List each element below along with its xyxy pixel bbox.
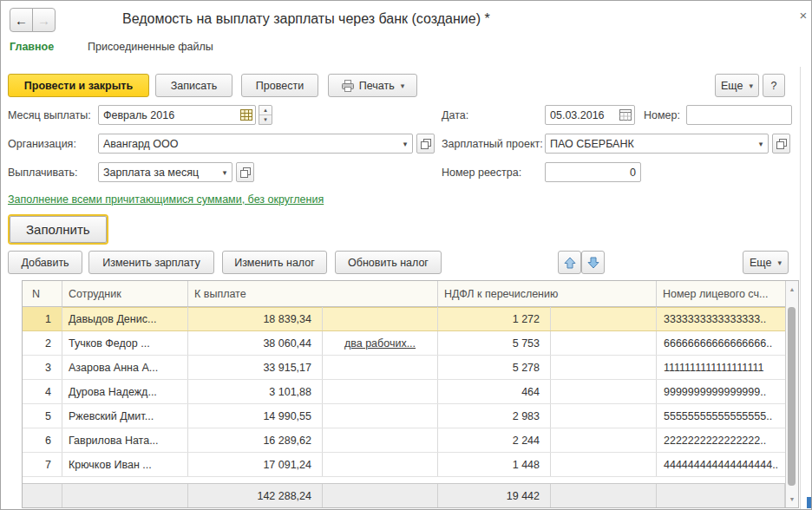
more-button-table[interactable]: Еще ▾ <box>743 251 789 274</box>
cell-payout-detail[interactable] <box>323 307 438 330</box>
spin-up-icon[interactable]: ▴ <box>259 106 272 115</box>
pay-type-open-button[interactable] <box>236 162 254 182</box>
cell-payout-detail[interactable] <box>323 404 438 428</box>
date-field[interactable]: 05.03.2016 <box>545 105 635 125</box>
cell-row-number[interactable]: 5 <box>23 404 62 428</box>
edit-salary-button[interactable]: Изменить зарплату <box>88 251 214 274</box>
cell-account[interactable]: 3333333333333333.. <box>657 307 785 330</box>
cell-payout-detail[interactable] <box>323 453 438 476</box>
cell-ndfl-detail[interactable] <box>551 331 657 355</box>
write-button[interactable]: Записать <box>155 74 232 97</box>
month-spinner[interactable]: ▴ ▾ <box>259 105 272 125</box>
cell-employee[interactable]: Тучков Федор ... <box>62 331 188 355</box>
post-and-close-button[interactable]: Провести и закрыть <box>8 74 149 97</box>
fill-method-link[interactable]: Заполнение всеми причитающимися суммами,… <box>8 193 324 206</box>
print-button[interactable]: Печать ▾ <box>328 74 417 97</box>
organization-open-button[interactable] <box>416 134 435 154</box>
cell-payout[interactable]: 16 289,62 <box>188 428 323 452</box>
date-label: Дата: <box>442 109 468 121</box>
cell-ndfl[interactable]: 5 753 <box>438 331 551 355</box>
window-right-edge <box>800 67 801 510</box>
more-button-top[interactable]: Еще ▾ <box>715 74 759 97</box>
salary-project-combo[interactable]: ПАО СБЕРБАНК ▾ <box>545 134 769 154</box>
cell-payout[interactable]: 17 091,24 <box>188 453 323 476</box>
spin-down-icon[interactable]: ▾ <box>259 115 272 124</box>
cell-employee[interactable]: Крючков Иван ... <box>62 453 188 476</box>
add-row-button[interactable]: Добавить <box>8 251 82 274</box>
calendar-icon[interactable] <box>617 109 634 121</box>
fill-button[interactable]: Заполнить <box>10 216 107 243</box>
refresh-tax-button[interactable]: Обновить налог <box>335 251 442 274</box>
scroll-down-icon[interactable]: ▼ <box>786 496 798 502</box>
cell-ndfl[interactable]: 1 272 <box>438 307 551 330</box>
pay-type-value: Зарплата за месяц <box>99 167 218 179</box>
cell-ndfl[interactable]: 464 <box>438 380 551 403</box>
salary-project-open-button[interactable] <box>772 134 790 154</box>
cell-ndfl-detail[interactable] <box>551 428 657 452</box>
cell-payout-detail[interactable] <box>323 428 438 452</box>
cell-ndfl[interactable]: 5 278 <box>438 356 551 379</box>
cell-ndfl-detail[interactable] <box>551 453 657 476</box>
back-button[interactable]: ← <box>10 8 33 32</box>
cell-employee[interactable]: Гаврилова Ната... <box>62 428 188 452</box>
cell-ndfl-detail[interactable] <box>551 380 657 403</box>
dropdown-icon[interactable]: ▾ <box>218 168 232 177</box>
registry-number-field[interactable]: 0 <box>545 162 641 182</box>
forward-button[interactable]: → <box>32 8 56 32</box>
cell-account[interactable]: 55555555555555555.. <box>657 404 785 428</box>
edit-tax-button[interactable]: Изменить налог <box>222 251 327 274</box>
cell-row-number[interactable]: 2 <box>23 331 62 355</box>
scroll-up-icon[interactable]: ▲ <box>786 286 798 292</box>
scrollbar-thumb[interactable] <box>788 307 796 486</box>
cell-payout[interactable]: 14 990,55 <box>188 404 323 428</box>
cell-employee[interactable]: Давыдов Денис... <box>62 307 188 330</box>
cell-employee[interactable]: Дурова Надежд... <box>62 380 188 403</box>
cell-account[interactable]: 1111111111111111111 <box>657 356 785 379</box>
cell-row-number[interactable]: 1 <box>23 307 62 330</box>
cell-row-number[interactable]: 4 <box>23 380 62 403</box>
pay-type-combo[interactable]: Зарплата за месяц ▾ <box>98 162 232 182</box>
cell-payout-detail[interactable]: два рабочих... <box>323 331 438 355</box>
cell-payout-detail[interactable] <box>323 380 438 403</box>
cell-payout[interactable]: 38 060,44 <box>188 331 323 355</box>
payout-month-field[interactable]: Февраль 2016 <box>98 105 256 125</box>
cell-account[interactable]: 444444444444444444.. <box>657 453 785 476</box>
tab-attached-files[interactable]: Присоединенные файлы <box>88 41 213 53</box>
cell-ndfl[interactable]: 2 244 <box>438 428 551 452</box>
table-row: 1 Давыдов Денис... 18 839,34 1 272 33333… <box>23 307 785 331</box>
cell-payout[interactable]: 33 915,17 <box>188 356 323 379</box>
close-icon[interactable]: × <box>796 8 811 23</box>
month-picker-icon[interactable] <box>238 109 255 121</box>
move-row-down-button[interactable] <box>581 251 605 274</box>
page-title: Ведомость на выплату зарплаты через банк… <box>122 11 490 27</box>
dropdown-icon[interactable]: ▾ <box>398 140 412 148</box>
move-row-up-button[interactable] <box>558 251 581 274</box>
payout-detail-link[interactable]: два рабочих... <box>344 337 416 350</box>
cell-employee[interactable]: Ржевский Дмит... <box>62 404 188 428</box>
cell-row-number[interactable]: 3 <box>23 356 62 379</box>
cell-ndfl-detail[interactable] <box>551 404 657 428</box>
dropdown-icon[interactable]: ▾ <box>754 140 768 148</box>
number-field[interactable] <box>686 105 792 125</box>
cell-account[interactable]: 9999999999999999.. <box>657 380 785 403</box>
cell-ndfl[interactable]: 1 448 <box>438 453 551 476</box>
cell-account[interactable]: 66666666666666666.. <box>657 331 785 355</box>
cell-ndfl-detail[interactable] <box>551 356 657 379</box>
cell-payout-detail[interactable] <box>323 356 438 379</box>
tab-main[interactable]: Главное <box>10 41 54 53</box>
cell-payout[interactable]: 18 839,34 <box>188 307 323 330</box>
cell-row-number[interactable]: 6 <box>23 428 62 452</box>
cell-payout[interactable]: 3 101,88 <box>188 380 323 403</box>
post-button[interactable]: Провести <box>241 74 318 97</box>
cell-employee[interactable]: Азарова Анна А... <box>62 356 188 379</box>
cell-ndfl[interactable]: 2 983 <box>438 404 551 428</box>
vertical-scrollbar[interactable]: ▲ ▼ <box>785 281 798 507</box>
cell-account[interactable]: 2222222222222222.. <box>657 428 785 452</box>
help-button[interactable]: ? <box>763 74 785 97</box>
cell-ndfl-detail[interactable] <box>551 307 657 330</box>
date-value: 05.03.2016 <box>546 109 617 121</box>
cell-row-number[interactable]: 7 <box>23 453 62 476</box>
organization-combo[interactable]: Авангард ООО ▾ <box>98 134 413 154</box>
help-label: ? <box>771 80 777 92</box>
header-ndfl: НДФЛ к перечислению <box>438 281 657 306</box>
